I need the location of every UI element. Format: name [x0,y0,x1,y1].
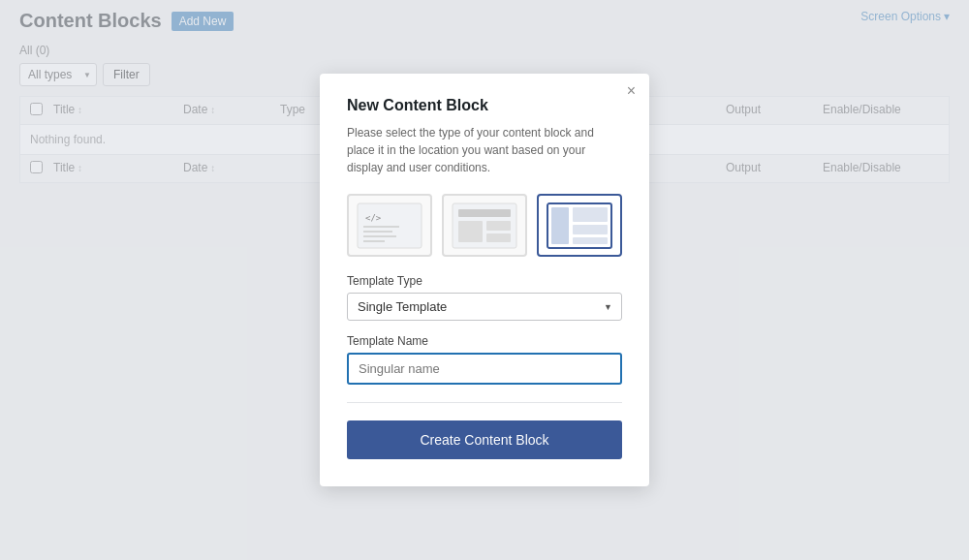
code-template-svg: </> [356,202,423,250]
svg-text:</>: </> [365,213,382,223]
modal-overlay: × New Content Block Please select the ty… [0,0,969,560]
svg-rect-9 [486,221,511,231]
template-type-select[interactable]: Single Template Archive Template [347,293,622,321]
template-type-select-wrap: Single Template Archive Template [347,293,622,321]
svg-rect-8 [458,221,483,242]
block-template-icon[interactable] [442,194,527,257]
block-template-svg [451,202,518,250]
modal-divider [347,402,622,403]
template-type-icons: </> [347,194,622,257]
modal-close-button[interactable]: × [627,83,636,99]
code-template-icon[interactable]: </> [347,194,432,257]
layout-template-icon[interactable] [537,194,622,257]
modal-title: New Content Block [347,97,622,114]
svg-rect-15 [573,237,608,244]
template-name-input[interactable] [347,353,622,385]
template-type-label: Template Type [347,274,622,288]
svg-rect-7 [458,209,511,217]
modal-description: Please select the type of your content b… [347,124,622,176]
svg-rect-13 [573,207,608,222]
new-content-block-modal: × New Content Block Please select the ty… [320,74,649,486]
create-content-block-button[interactable]: Create Content Block [347,420,622,459]
svg-rect-10 [486,233,511,242]
template-name-label: Template Name [347,334,622,348]
layout-template-svg [546,202,613,250]
svg-rect-14 [573,225,608,234]
svg-rect-12 [551,207,569,244]
